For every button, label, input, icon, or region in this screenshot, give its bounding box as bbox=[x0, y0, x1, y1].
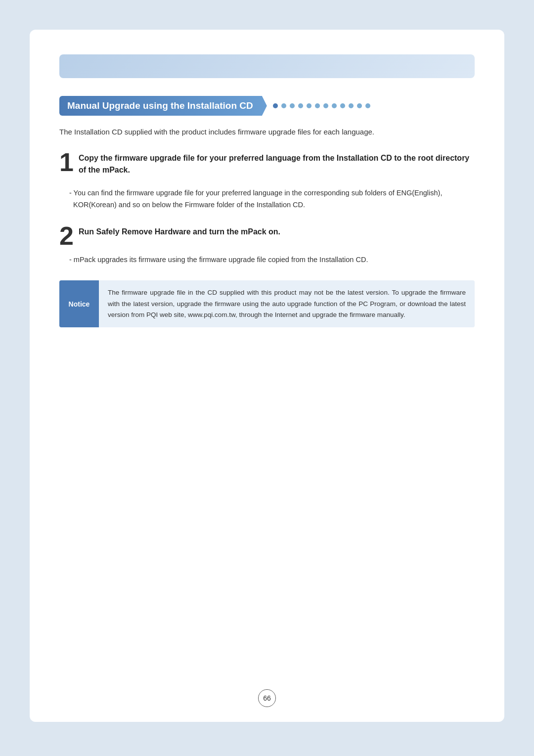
dot-10 bbox=[349, 103, 354, 108]
step-2-detail: - mPack upgrades its firmware using the … bbox=[69, 254, 475, 266]
dot-2 bbox=[281, 103, 286, 108]
dots-decoration bbox=[273, 103, 370, 108]
step-2-number: 2 bbox=[59, 223, 74, 249]
dot-1 bbox=[273, 103, 278, 108]
dot-3 bbox=[290, 103, 295, 108]
step-1-title: Copy the firmware upgrade file for your … bbox=[79, 152, 475, 176]
dot-12 bbox=[365, 103, 370, 108]
dot-7 bbox=[323, 103, 328, 108]
dot-8 bbox=[332, 103, 337, 108]
step-2: 2 Run Safely Remove Hardware and turn th… bbox=[59, 226, 475, 266]
intro-text: The Installation CD supplied with the pr… bbox=[59, 126, 475, 138]
step-2-title: Run Safely Remove Hardware and turn the … bbox=[79, 226, 475, 238]
notice-box: Notice The firmware upgrade file in the … bbox=[59, 280, 475, 327]
page-number: 66 bbox=[258, 689, 276, 707]
notice-label: Notice bbox=[59, 280, 99, 327]
section-title: Manual Upgrade using the Installation CD bbox=[59, 96, 267, 116]
dot-6 bbox=[315, 103, 320, 108]
page-container: Manual Upgrade using the Installation CD… bbox=[30, 30, 504, 722]
step-1-detail: - You can find the firmware upgrade file… bbox=[69, 187, 475, 211]
header-banner bbox=[59, 54, 475, 78]
page-number-container: 66 bbox=[258, 689, 276, 707]
dot-5 bbox=[307, 103, 312, 108]
dot-11 bbox=[357, 103, 362, 108]
notice-text: The firmware upgrade file in the CD supp… bbox=[99, 280, 475, 327]
dot-9 bbox=[340, 103, 345, 108]
step-1-number: 1 bbox=[59, 149, 74, 175]
step-1: 1 Copy the firmware upgrade file for you… bbox=[59, 152, 475, 211]
dot-4 bbox=[298, 103, 303, 108]
section-title-bar: Manual Upgrade using the Installation CD bbox=[59, 96, 475, 116]
